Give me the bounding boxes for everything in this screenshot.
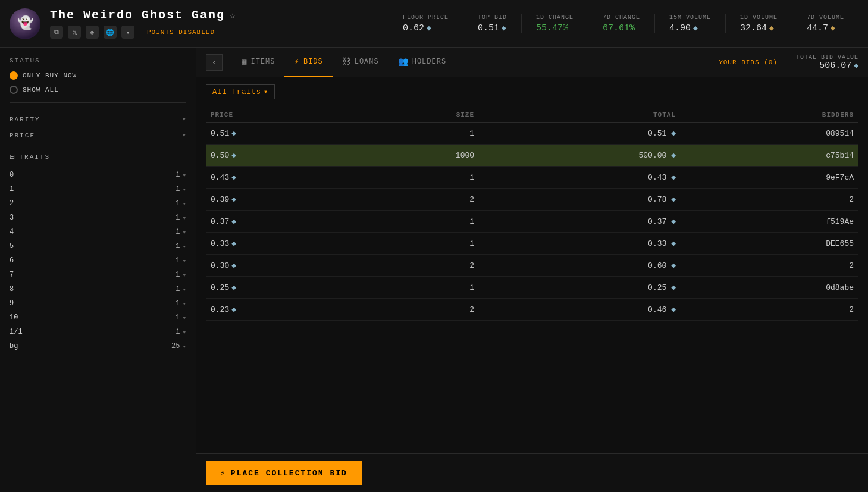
show-all-radio[interactable]	[10, 86, 18, 94]
trait-item[interactable]: 4 1 ▾	[10, 225, 186, 239]
tab-loans[interactable]: ⛓LOANS	[333, 48, 388, 77]
bid-total: 0.46 ◆	[479, 299, 681, 321]
bid-size: 2	[358, 299, 479, 321]
bid-size: 1	[358, 211, 479, 233]
trait-item[interactable]: 1/1 1 ▾	[10, 325, 186, 339]
eth-icon-vol1d: ◆	[769, 23, 774, 33]
traits-list: 0 1 ▾ 1 1 ▾ 2 1 ▾ 3 1 ▾ 4	[10, 168, 186, 353]
trait-name: bg	[10, 342, 18, 350]
trait-item[interactable]: 2 1 ▾	[10, 196, 186, 211]
trait-count: 1	[176, 256, 180, 265]
table-row[interactable]: 0.50 ◆ 1000 500.00 ◆ c75b14	[206, 145, 858, 167]
show-all-row[interactable]: SHOW ALL	[10, 86, 186, 94]
tab-items[interactable]: ▦ITEMS	[232, 48, 284, 77]
trait-item[interactable]: 3 1 ▾	[10, 211, 186, 225]
trait-item[interactable]: 9 1 ▾	[10, 296, 186, 311]
place-bid-button[interactable]: ⚡ PLACE COLLECTION BID	[206, 461, 362, 485]
social-row: ⧉ 𝕏 ⊕ 🌐 ▾ POINTS DISABLED	[50, 26, 237, 39]
rarity-filter[interactable]: RARITY ▾	[10, 111, 186, 127]
trait-item[interactable]: 0 1 ▾	[10, 168, 186, 182]
web-icon[interactable]: 🌐	[104, 26, 117, 39]
all-traits-chevron-icon: ▾	[264, 87, 268, 96]
change-1d-stat: 1D CHANGE 55.47%	[521, 14, 588, 33]
table-row[interactable]: 0.23 ◆ 2 0.46 ◆ 2	[206, 299, 858, 321]
collection-title: The Weirdo Ghost Gang ☆	[50, 8, 237, 22]
bid-bidder: 2	[681, 299, 858, 321]
table-row[interactable]: 0.39 ◆ 2 0.78 ◆ 2	[206, 189, 858, 211]
star-icon[interactable]: ☆	[230, 10, 237, 21]
trait-right: 1 ▾	[176, 214, 186, 222]
price-chevron-icon: ▾	[182, 131, 186, 140]
only-buy-now-radio[interactable]	[10, 71, 18, 80]
trait-item[interactable]: 6 1 ▾	[10, 253, 186, 268]
trait-name: 5	[10, 242, 14, 250]
tab-holders[interactable]: 👥HOLDERS	[388, 48, 456, 77]
eth-icon-bid: ◆	[231, 151, 236, 160]
bid-total: 0.51 ◆	[479, 123, 681, 145]
change-7d-value: 67.61%	[603, 23, 635, 33]
eth-icon-bid: ◆	[231, 173, 236, 182]
eth-icon-bid: ◆	[231, 305, 236, 314]
bid-price: 0.33 ◆	[206, 233, 358, 255]
your-bids-button[interactable]: YOUR BIDS (0)	[710, 55, 786, 70]
table-row[interactable]: 0.30 ◆ 2 0.60 ◆ 2	[206, 255, 858, 277]
trait-expand-icon: ▾	[182, 214, 186, 222]
collapse-button[interactable]: ‹	[206, 54, 223, 71]
trait-item[interactable]: 1 1 ▾	[10, 182, 186, 196]
copy-icon[interactable]: ⧉	[50, 26, 63, 39]
trait-expand-icon: ▾	[182, 243, 186, 250]
table-row[interactable]: 0.25 ◆ 1 0.25 ◆ 0d8abe	[206, 277, 858, 299]
price-filter[interactable]: PRICE ▾	[10, 127, 186, 143]
eth-icon-total: ◆	[671, 283, 676, 292]
points-badge: POINTS DISABLED	[142, 27, 220, 37]
twitter-icon[interactable]: 𝕏	[68, 26, 81, 39]
eth-icon-total: ◆	[671, 305, 676, 314]
bid-total: 0.25 ◆	[479, 277, 681, 299]
eth-icon-total: ◆	[671, 261, 676, 270]
only-buy-now-row[interactable]: ONLY BUY NOW	[10, 71, 186, 80]
bid-size: 1	[358, 233, 479, 255]
table-row[interactable]: 0.37 ◆ 1 0.37 ◆ f519Ae	[206, 211, 858, 233]
table-row[interactable]: 0.33 ◆ 1 0.33 ◆ DEE655	[206, 233, 858, 255]
bid-total: 0.60 ◆	[479, 255, 681, 277]
bids-tab-label: BIDS	[303, 58, 323, 66]
tabs-container: ▦ITEMS⚡BIDS⛓LOANS👥HOLDERS	[232, 48, 456, 77]
more-icon[interactable]: ▾	[121, 26, 134, 39]
change-7d-label: 7D CHANGE	[603, 14, 640, 21]
traits-icon: ⊟	[10, 152, 14, 162]
trait-right: 1 ▾	[176, 314, 186, 322]
tab-bids[interactable]: ⚡BIDS	[284, 48, 332, 77]
eth-icon-bid: ◆	[231, 217, 236, 226]
discord-icon[interactable]: ⊕	[86, 26, 99, 39]
bid-price: 0.25 ◆	[206, 277, 358, 299]
volume-1d-value: 32.64 ◆	[740, 23, 774, 33]
bid-price: 0.51 ◆	[206, 123, 358, 145]
bid-bidder: 2	[681, 255, 858, 277]
trait-count: 1	[176, 185, 180, 193]
bid-bidder: DEE655	[681, 233, 858, 255]
trait-item[interactable]: bg 25 ▾	[10, 339, 186, 353]
trait-count: 25	[171, 342, 180, 350]
trait-item[interactable]: 7 1 ▾	[10, 268, 186, 282]
table-row[interactable]: 0.51 ◆ 1 0.51 ◆ 089514	[206, 123, 858, 145]
floor-price-value: 0.62 ◆	[403, 23, 431, 33]
header-stats: FLOOR PRICE 0.62 ◆ TOP BID 0.51 ◆ 1D CHA…	[388, 14, 858, 33]
bid-bidder: 9eF7cA	[681, 167, 858, 189]
total-bid-label: TOTAL BID VALUE	[796, 54, 858, 61]
content-area: ‹ ▦ITEMS⚡BIDS⛓LOANS👥HOLDERS YOUR BIDS (0…	[196, 48, 868, 492]
trait-item[interactable]: 5 1 ▾	[10, 239, 186, 253]
trait-expand-icon: ▾	[182, 257, 186, 265]
trait-item[interactable]: 8 1 ▾	[10, 282, 186, 296]
trait-name: 8	[10, 285, 14, 293]
top-bid-value: 0.51 ◆	[478, 23, 506, 33]
table-row[interactable]: 0.43 ◆ 1 0.43 ◆ 9eF7cA	[206, 167, 858, 189]
sidebar: STATUS ONLY BUY NOW SHOW ALL RARITY ▾ PR…	[0, 48, 196, 492]
bid-price: 0.23 ◆	[206, 299, 358, 321]
trait-right: 25 ▾	[171, 342, 186, 350]
trait-expand-icon: ▾	[182, 200, 186, 208]
trait-expand-icon: ▾	[182, 314, 186, 322]
trait-item[interactable]: 10 1 ▾	[10, 311, 186, 325]
trait-right: 1 ▾	[176, 185, 186, 193]
bid-price: 0.50 ◆	[206, 145, 358, 167]
all-traits-button[interactable]: All Traits ▾	[206, 84, 275, 99]
